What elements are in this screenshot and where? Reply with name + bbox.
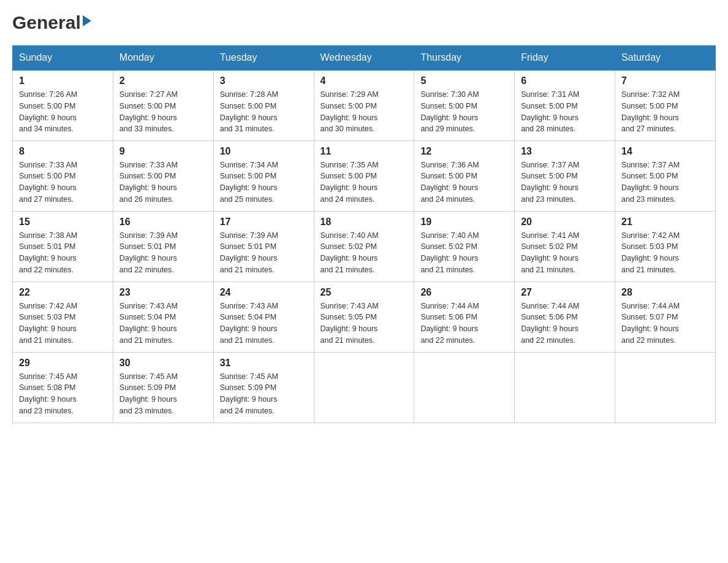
weekday-header-row: Sunday Monday Tuesday Wednesday Thursday… (13, 46, 716, 71)
day-info: Sunrise: 7:42 AMSunset: 5:03 PMDaylight:… (19, 301, 107, 347)
day-info: Sunrise: 7:44 AMSunset: 5:06 PMDaylight:… (521, 301, 609, 347)
table-row: 12Sunrise: 7:36 AMSunset: 5:00 PMDayligh… (414, 140, 515, 211)
day-info: Sunrise: 7:32 AMSunset: 5:00 PMDaylight:… (621, 89, 709, 135)
table-row: 25Sunrise: 7:43 AMSunset: 5:05 PMDayligh… (314, 282, 414, 352)
day-number: 6 (521, 75, 609, 86)
table-row: 24Sunrise: 7:43 AMSunset: 5:04 PMDayligh… (213, 282, 314, 352)
table-row: 31Sunrise: 7:45 AMSunset: 5:09 PMDayligh… (213, 352, 314, 423)
table-row (314, 352, 414, 423)
table-row: 29Sunrise: 7:45 AMSunset: 5:08 PMDayligh… (13, 352, 113, 423)
day-number: 9 (119, 146, 207, 157)
day-number: 7 (621, 75, 709, 86)
table-row: 22Sunrise: 7:42 AMSunset: 5:03 PMDayligh… (13, 282, 113, 352)
calendar-table: Sunday Monday Tuesday Wednesday Thursday… (12, 45, 716, 423)
day-info: Sunrise: 7:28 AMSunset: 5:00 PMDaylight:… (220, 89, 308, 135)
day-number: 18 (320, 216, 408, 228)
day-number: 27 (521, 287, 609, 298)
day-number: 30 (119, 358, 207, 369)
day-number: 24 (220, 287, 308, 298)
day-info: Sunrise: 7:37 AMSunset: 5:00 PMDaylight:… (621, 159, 709, 205)
day-info: Sunrise: 7:44 AMSunset: 5:07 PMDaylight:… (621, 301, 709, 347)
day-number: 26 (420, 287, 508, 298)
table-row (414, 352, 515, 423)
day-number: 1 (19, 75, 107, 86)
day-number: 13 (521, 146, 609, 157)
table-row: 4Sunrise: 7:29 AMSunset: 5:00 PMDaylight… (314, 70, 414, 140)
table-row: 20Sunrise: 7:41 AMSunset: 5:02 PMDayligh… (515, 211, 615, 282)
day-number: 4 (320, 75, 408, 86)
day-info: Sunrise: 7:26 AMSunset: 5:00 PMDaylight:… (19, 89, 107, 135)
table-row: 15Sunrise: 7:38 AMSunset: 5:01 PMDayligh… (13, 211, 113, 282)
day-info: Sunrise: 7:44 AMSunset: 5:06 PMDaylight:… (420, 301, 508, 347)
day-info: Sunrise: 7:39 AMSunset: 5:01 PMDaylight:… (220, 230, 308, 276)
table-row: 27Sunrise: 7:44 AMSunset: 5:06 PMDayligh… (515, 282, 615, 352)
logo-arrow-icon (83, 15, 91, 26)
table-row: 16Sunrise: 7:39 AMSunset: 5:01 PMDayligh… (113, 211, 213, 282)
table-row: 28Sunrise: 7:44 AMSunset: 5:07 PMDayligh… (615, 282, 716, 352)
day-info: Sunrise: 7:45 AMSunset: 5:09 PMDaylight:… (119, 371, 207, 417)
day-number: 8 (19, 146, 107, 157)
day-info: Sunrise: 7:30 AMSunset: 5:00 PMDaylight:… (420, 89, 508, 135)
day-number: 20 (521, 216, 609, 228)
calendar-week-row: 29Sunrise: 7:45 AMSunset: 5:08 PMDayligh… (13, 352, 716, 423)
day-info: Sunrise: 7:27 AMSunset: 5:00 PMDaylight:… (119, 89, 207, 135)
day-number: 10 (220, 146, 308, 157)
day-number: 31 (220, 358, 308, 369)
table-row: 21Sunrise: 7:42 AMSunset: 5:03 PMDayligh… (615, 211, 716, 282)
logo: General (12, 12, 91, 33)
table-row: 30Sunrise: 7:45 AMSunset: 5:09 PMDayligh… (113, 352, 213, 423)
header-saturday: Saturday (615, 46, 716, 71)
table-row: 3Sunrise: 7:28 AMSunset: 5:00 PMDaylight… (213, 70, 314, 140)
table-row: 8Sunrise: 7:33 AMSunset: 5:00 PMDaylight… (13, 140, 113, 211)
page-header: General (12, 12, 716, 33)
table-row: 14Sunrise: 7:37 AMSunset: 5:00 PMDayligh… (615, 140, 716, 211)
day-number: 29 (19, 358, 107, 369)
calendar-week-row: 22Sunrise: 7:42 AMSunset: 5:03 PMDayligh… (13, 282, 716, 352)
table-row: 23Sunrise: 7:43 AMSunset: 5:04 PMDayligh… (113, 282, 213, 352)
table-row: 2Sunrise: 7:27 AMSunset: 5:00 PMDaylight… (113, 70, 213, 140)
table-row: 13Sunrise: 7:37 AMSunset: 5:00 PMDayligh… (515, 140, 615, 211)
header-tuesday: Tuesday (213, 46, 314, 71)
day-info: Sunrise: 7:29 AMSunset: 5:00 PMDaylight:… (320, 89, 408, 135)
table-row: 10Sunrise: 7:34 AMSunset: 5:00 PMDayligh… (213, 140, 314, 211)
table-row: 9Sunrise: 7:33 AMSunset: 5:00 PMDaylight… (113, 140, 213, 211)
table-row (615, 352, 716, 423)
day-info: Sunrise: 7:40 AMSunset: 5:02 PMDaylight:… (320, 230, 408, 276)
day-info: Sunrise: 7:43 AMSunset: 5:04 PMDaylight:… (220, 301, 308, 347)
calendar-week-row: 1Sunrise: 7:26 AMSunset: 5:00 PMDaylight… (13, 70, 716, 140)
day-info: Sunrise: 7:33 AMSunset: 5:00 PMDaylight:… (119, 159, 207, 205)
day-number: 21 (621, 216, 709, 228)
calendar-week-row: 15Sunrise: 7:38 AMSunset: 5:01 PMDayligh… (13, 211, 716, 282)
table-row: 26Sunrise: 7:44 AMSunset: 5:06 PMDayligh… (414, 282, 515, 352)
header-monday: Monday (113, 46, 213, 71)
day-number: 17 (220, 216, 308, 228)
header-thursday: Thursday (414, 46, 515, 71)
table-row: 18Sunrise: 7:40 AMSunset: 5:02 PMDayligh… (314, 211, 414, 282)
day-number: 11 (320, 146, 408, 157)
table-row: 5Sunrise: 7:30 AMSunset: 5:00 PMDaylight… (414, 70, 515, 140)
day-info: Sunrise: 7:45 AMSunset: 5:09 PMDaylight:… (220, 371, 308, 417)
table-row: 19Sunrise: 7:40 AMSunset: 5:02 PMDayligh… (414, 211, 515, 282)
table-row: 11Sunrise: 7:35 AMSunset: 5:00 PMDayligh… (314, 140, 414, 211)
day-number: 2 (119, 75, 207, 86)
day-info: Sunrise: 7:39 AMSunset: 5:01 PMDaylight:… (119, 230, 207, 276)
day-number: 14 (621, 146, 709, 157)
day-number: 19 (420, 216, 508, 228)
day-info: Sunrise: 7:34 AMSunset: 5:00 PMDaylight:… (220, 159, 308, 205)
day-info: Sunrise: 7:36 AMSunset: 5:00 PMDaylight:… (420, 159, 508, 205)
header-sunday: Sunday (13, 46, 113, 71)
day-number: 5 (420, 75, 508, 86)
table-row: 6Sunrise: 7:31 AMSunset: 5:00 PMDaylight… (515, 70, 615, 140)
day-info: Sunrise: 7:41 AMSunset: 5:02 PMDaylight:… (521, 230, 609, 276)
table-row: 17Sunrise: 7:39 AMSunset: 5:01 PMDayligh… (213, 211, 314, 282)
calendar-week-row: 8Sunrise: 7:33 AMSunset: 5:00 PMDaylight… (13, 140, 716, 211)
header-wednesday: Wednesday (314, 46, 414, 71)
day-info: Sunrise: 7:38 AMSunset: 5:01 PMDaylight:… (19, 230, 107, 276)
day-number: 16 (119, 216, 207, 228)
day-info: Sunrise: 7:43 AMSunset: 5:04 PMDaylight:… (119, 301, 207, 347)
day-number: 22 (19, 287, 107, 298)
day-info: Sunrise: 7:31 AMSunset: 5:00 PMDaylight:… (521, 89, 609, 135)
day-number: 28 (621, 287, 709, 298)
day-info: Sunrise: 7:42 AMSunset: 5:03 PMDaylight:… (621, 230, 709, 276)
day-info: Sunrise: 7:35 AMSunset: 5:00 PMDaylight:… (320, 159, 408, 205)
